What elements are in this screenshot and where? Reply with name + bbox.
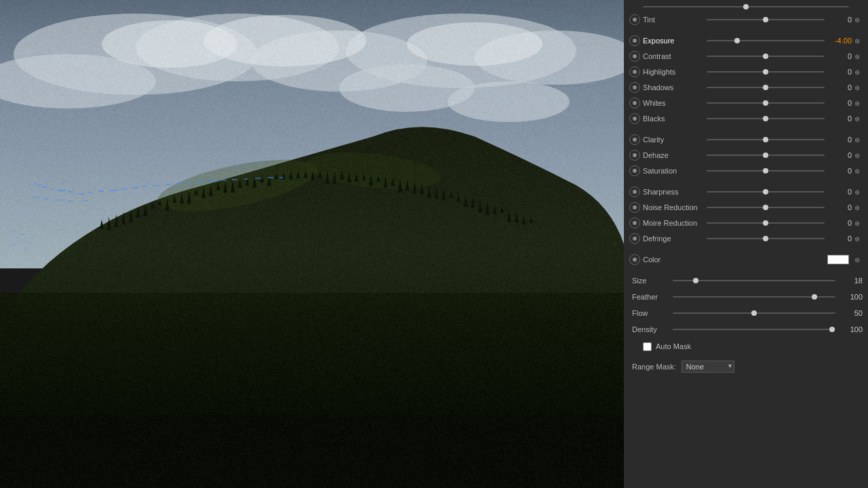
color-icon[interactable]: [629, 254, 640, 265]
tint-icon[interactable]: [629, 14, 640, 25]
auto-mask-label[interactable]: Auto Mask: [656, 342, 691, 350]
size-label: Size: [629, 277, 670, 285]
dehaze-reset[interactable]: ⊕: [852, 150, 863, 161]
highlights-value: 0: [827, 68, 852, 76]
noise-reduction-reset[interactable]: ⊕: [852, 202, 863, 213]
density-slider[interactable]: [673, 328, 835, 331]
blacks-reset[interactable]: ⊕: [852, 113, 863, 124]
highlights-row: Highlights 0 ⊕: [629, 64, 863, 79]
saturation-reset[interactable]: ⊕: [852, 165, 863, 176]
blacks-value: 0: [827, 115, 852, 123]
tint-value: 0: [827, 16, 852, 24]
range-mask-label: Range Mask:: [632, 363, 676, 371]
noise-reduction-label: Noise Reduction: [643, 203, 704, 211]
color-reset[interactable]: ⊕: [852, 254, 863, 265]
noise-reduction-slider[interactable]: [707, 206, 825, 209]
defringe-slider[interactable]: [707, 237, 825, 240]
moire-reduction-icon[interactable]: [629, 218, 640, 228]
blacks-row: Blacks 0 ⊕: [629, 111, 863, 126]
shadows-value: 0: [827, 83, 852, 92]
whites-label: Whites: [643, 99, 704, 107]
shadows-slider[interactable]: [707, 86, 825, 89]
tint-slider[interactable]: [707, 18, 825, 21]
auto-mask-row: Auto Mask: [629, 340, 863, 353]
color-swatch[interactable]: [827, 255, 849, 264]
clarity-label: Clarity: [643, 136, 704, 144]
feather-value: 100: [838, 293, 863, 301]
image-canvas[interactable]: [0, 0, 624, 488]
exposure-slider[interactable]: [707, 39, 825, 42]
auto-mask-checkbox[interactable]: [643, 342, 652, 351]
moire-reduction-reset[interactable]: ⊕: [852, 218, 863, 228]
moire-reduction-label: Moire Reduction: [643, 219, 704, 227]
exposure-row: Exposure -4.00 ⊕: [629, 33, 863, 48]
whites-reset[interactable]: ⊕: [852, 98, 863, 108]
contrast-slider[interactable]: [707, 55, 825, 58]
sharpness-icon[interactable]: [629, 186, 640, 197]
contrast-icon[interactable]: [629, 51, 640, 62]
blacks-label: Blacks: [643, 115, 704, 123]
size-value: 18: [838, 277, 863, 285]
moire-reduction-slider[interactable]: [707, 222, 825, 224]
clarity-value: 0: [827, 136, 852, 144]
whites-icon[interactable]: [629, 98, 640, 108]
range-mask-row: Range Mask: None Luminance Color Depth: [629, 359, 863, 375]
saturation-icon[interactable]: [629, 165, 640, 176]
color-row: Color ⊕: [629, 252, 863, 267]
shadows-label: Shadows: [643, 83, 704, 92]
contrast-label: Contrast: [643, 52, 704, 60]
feather-label: Feather: [629, 293, 670, 301]
size-row: Size 18: [629, 273, 863, 288]
flow-value: 50: [838, 309, 863, 317]
highlights-reset[interactable]: ⊕: [852, 66, 863, 77]
tint-reset[interactable]: ⊕: [852, 14, 863, 25]
shadows-row: Shadows 0 ⊕: [629, 80, 863, 95]
blacks-icon[interactable]: [629, 113, 640, 124]
shadows-reset[interactable]: ⊕: [852, 82, 863, 93]
dehaze-label: Dehaze: [643, 151, 704, 159]
defringe-reset[interactable]: ⊕: [852, 233, 863, 244]
defringe-row: Defringe 0 ⊕: [629, 231, 863, 246]
defringe-icon[interactable]: [629, 233, 640, 244]
saturation-slider[interactable]: [707, 169, 825, 172]
clarity-slider[interactable]: [707, 138, 825, 141]
feather-row: Feather 100: [629, 289, 863, 304]
exposure-value: -4.00: [827, 37, 852, 45]
dehaze-row: Dehaze 0 ⊕: [629, 148, 863, 163]
moire-reduction-value: 0: [827, 219, 852, 227]
clarity-icon[interactable]: [629, 134, 640, 145]
shadows-icon[interactable]: [629, 82, 640, 93]
noise-reduction-icon[interactable]: [629, 202, 640, 213]
size-slider[interactable]: [673, 279, 835, 282]
tint-label: Tint: [643, 16, 704, 24]
noise-reduction-row: Noise Reduction 0 ⊕: [629, 200, 863, 215]
sharpness-label: Sharpness: [643, 188, 704, 196]
highlights-label: Highlights: [643, 68, 704, 76]
highlights-icon[interactable]: [629, 66, 640, 77]
sharpness-reset[interactable]: ⊕: [852, 186, 863, 197]
range-mask-wrapper[interactable]: None Luminance Color Depth: [682, 361, 734, 373]
clarity-reset[interactable]: ⊕: [852, 134, 863, 145]
density-row: Density 100: [629, 322, 863, 337]
exposure-label: Exposure: [643, 37, 704, 45]
exposure-reset[interactable]: ⊕: [852, 35, 863, 46]
dehaze-icon[interactable]: [629, 150, 640, 161]
whites-slider[interactable]: [707, 102, 825, 104]
feather-slider[interactable]: [673, 296, 835, 298]
range-mask-select[interactable]: None Luminance Color Depth: [682, 361, 734, 373]
sharpness-slider[interactable]: [707, 190, 825, 193]
flow-slider[interactable]: [673, 312, 835, 314]
blacks-slider[interactable]: [707, 117, 825, 120]
exposure-icon[interactable]: [629, 35, 640, 46]
noise-reduction-value: 0: [827, 203, 852, 211]
whites-row: Whites 0 ⊕: [629, 96, 863, 110]
defringe-value: 0: [827, 235, 852, 243]
defringe-label: Defringe: [643, 235, 704, 243]
saturation-label: Saturation: [643, 167, 704, 175]
highlights-slider[interactable]: [707, 70, 825, 73]
dehaze-slider[interactable]: [707, 154, 825, 157]
tint-row: Tint 0 ⊕: [629, 12, 863, 27]
clarity-row: Clarity 0 ⊕: [629, 132, 863, 147]
contrast-reset[interactable]: ⊕: [852, 51, 863, 62]
top-bare-slider[interactable]: [629, 3, 863, 11]
